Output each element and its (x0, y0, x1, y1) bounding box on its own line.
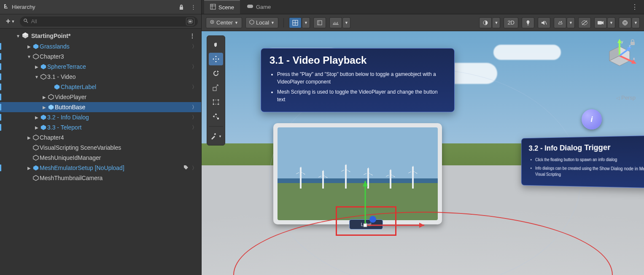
chevron-right-icon[interactable]: 〉 (192, 43, 197, 50)
prefab-icon (32, 43, 40, 49)
svg-point-25 (212, 22, 213, 23)
gameobject-icon (32, 175, 40, 181)
tree-item-grasslands[interactable]: ▶ Grasslands 〉 (0, 41, 201, 51)
mode-2d-button[interactable]: 2D (504, 17, 518, 28)
tree-item-mesh-uid[interactable]: MeshUniqueIdManager (0, 153, 201, 163)
handle-rotation-button[interactable]: Local ▼ (245, 17, 278, 28)
orientation-gizmo[interactable]: y x z (603, 39, 636, 73)
chevron-right-icon[interactable]: 〉 (192, 114, 197, 121)
search-input[interactable] (31, 18, 183, 24)
foldout-icon[interactable]: ▶ (26, 44, 32, 49)
foldout-icon[interactable]: ▼ (26, 54, 32, 59)
rotate-tool-button[interactable] (209, 67, 223, 80)
effects-caret[interactable]: ▼ (567, 17, 575, 28)
tree-item-video-player[interactable]: ▶ VideoPlayer (0, 92, 201, 102)
foldout-icon[interactable]: ▼ (34, 75, 40, 79)
tabs-menu-icon[interactable]: ⋮ (628, 3, 641, 11)
tree-label: ChapterLabel (61, 84, 96, 90)
lighting-button[interactable] (522, 17, 534, 28)
perspective-label[interactable]: ◁ Persp (616, 94, 636, 101)
scene-panel: Scene Game ⋮ Center ▼ Local ▼ (202, 0, 644, 275)
chevron-right-icon[interactable]: 〉 (192, 84, 197, 91)
svg-marker-16 (33, 145, 38, 150)
tree-item-video[interactable]: ▼ 3.1 - Video (0, 72, 201, 82)
lock-icon[interactable] (177, 3, 186, 12)
scene-tab-icon (210, 4, 216, 11)
grid-snap-caret[interactable]: ▼ (302, 17, 310, 28)
svg-rect-20 (210, 4, 216, 9)
info-bubble[interactable]: i (582, 109, 602, 129)
gizmos-caret[interactable]: ▼ (632, 17, 640, 28)
foldout-icon[interactable]: ▶ (26, 166, 32, 170)
tab-label: Scene (218, 4, 234, 11)
tree-item-chapter4[interactable]: ▶ Chapter4 (0, 132, 201, 143)
draw-mode-caret[interactable]: ▼ (493, 17, 500, 28)
prefab-icon (53, 84, 61, 90)
foldout-icon[interactable]: ▼ (16, 34, 20, 38)
tab-label: Game (256, 4, 271, 10)
tree-item-sphere-terrace[interactable]: ▶ SphereTerrace 〉 (0, 62, 201, 72)
grid-snap-button[interactable] (289, 17, 302, 28)
hierarchy-tree[interactable]: ▼ StartingPoint* ⋮ ▶ Grasslands 〉 ▼ (0, 29, 201, 275)
card-bullet: Press the "Play" and "Stop" button below… (277, 70, 446, 86)
chevron-right-icon[interactable]: 〉 (192, 164, 197, 172)
draw-mode-button[interactable] (479, 17, 492, 28)
foldout-icon[interactable]: ▶ (26, 135, 32, 140)
increment-snapping-button[interactable] (329, 17, 342, 28)
tab-game[interactable]: Game (241, 0, 277, 14)
transform-tool-button[interactable] (209, 110, 223, 123)
chevron-right-icon[interactable]: 〉 (192, 104, 197, 111)
camera-button[interactable] (594, 17, 607, 28)
snap-increment-button[interactable] (313, 17, 326, 28)
tree-item-mesh-emulator[interactable]: ▶ MeshEmulatorSetup [NoUpload] 〉 (0, 163, 201, 173)
scale-tool-button[interactable] (209, 81, 223, 94)
rect-tool-button[interactable] (209, 96, 223, 108)
svg-point-43 (623, 20, 628, 25)
visibility-button[interactable] (578, 17, 591, 28)
foldout-icon[interactable]: ▶ (34, 65, 40, 69)
svg-rect-48 (213, 100, 218, 104)
hierarchy-search[interactable] (20, 16, 198, 27)
tree-item-chapter3[interactable]: ▼ Chapter3 (0, 51, 201, 62)
scene-menu-icon[interactable]: ⋮ (189, 32, 195, 39)
svg-rect-47 (213, 87, 216, 91)
tree-label: VisualScripting SceneVariables (40, 144, 121, 151)
tree-item-chapter-label[interactable]: ChapterLabel 〉 (0, 82, 201, 92)
camera-caret[interactable]: ▼ (608, 17, 615, 28)
chevron-right-icon[interactable]: 〉 (192, 124, 197, 131)
foldout-icon[interactable]: ▶ (34, 125, 40, 130)
gizmos-button[interactable] (619, 17, 631, 28)
create-button[interactable]: + ▼ (3, 16, 17, 27)
search-mode-icon[interactable] (186, 18, 194, 25)
card-bullet: Info dialogs can be created using the Sh… (535, 165, 644, 179)
panel-menu-icon[interactable]: ⋮ (189, 3, 198, 12)
audio-button[interactable] (538, 17, 550, 28)
svg-rect-72 (631, 42, 635, 45)
center-icon (210, 19, 215, 26)
increment-snap-caret[interactable]: ▼ (343, 17, 350, 28)
foldout-icon[interactable]: ▶ (41, 105, 47, 110)
svg-line-1 (27, 22, 28, 23)
tree-item-mesh-thumb[interactable]: MeshThumbnailCamera (0, 173, 201, 183)
tree-item-teleport[interactable]: ▶ 3.3 - Teleport 〉 (0, 122, 201, 132)
svg-rect-53 (217, 118, 219, 119)
scene-row[interactable]: ▼ StartingPoint* ⋮ (0, 30, 201, 41)
tree-item-button-base[interactable]: ▶ ButtonBase 〉 (0, 102, 201, 112)
foldout-icon[interactable]: ▶ (34, 115, 40, 120)
search-icon (23, 18, 28, 24)
move-tool-button[interactable] (209, 53, 223, 65)
svg-marker-11 (49, 94, 54, 100)
tree-label: 3.2 - Info Dialog (47, 114, 89, 121)
view-tool-button[interactable] (209, 38, 223, 51)
tree-item-info-dialog[interactable]: ▶ 3.2 - Info Dialog 〉 (0, 112, 201, 122)
foldout-icon[interactable]: ▶ (41, 95, 47, 100)
pivot-mode-button[interactable]: Center ▼ (206, 17, 242, 28)
custom-tools-button[interactable]: ▼ (209, 130, 223, 143)
effects-button[interactable] (554, 17, 566, 28)
hierarchy-icon (3, 3, 9, 11)
tag-icon[interactable] (183, 165, 189, 171)
chevron-right-icon[interactable]: 〉 (192, 63, 197, 70)
scene-viewport[interactable]: ▼ 3.1 - Video Playback Press the "Play" … (202, 31, 644, 275)
tab-scene[interactable]: Scene (204, 0, 240, 14)
tree-item-vs-vars[interactable]: VisualScripting SceneVariables (0, 143, 201, 153)
